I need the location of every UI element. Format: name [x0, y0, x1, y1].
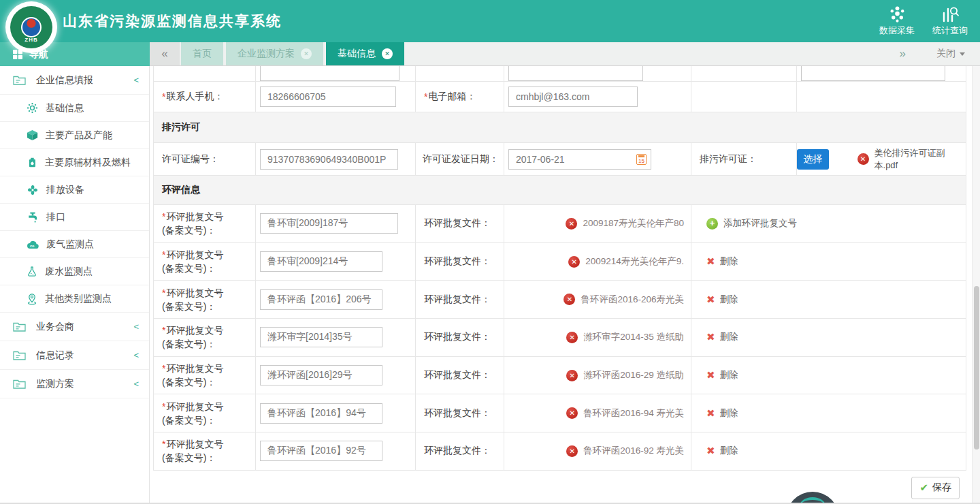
delete-label: 删除 — [720, 407, 738, 420]
remove-file-icon[interactable]: ✕ — [566, 445, 578, 457]
eia-file-name[interactable]: 2009187寿光美伦年产80 — [583, 217, 684, 230]
eia-action-cell: ✖删除 — [691, 319, 966, 356]
delete-cross-icon: ✖ — [706, 255, 715, 268]
delete-eia-row-button[interactable]: ✖删除 — [706, 255, 738, 268]
eia-file-name[interactable]: 潍环审字2014-35 造纸助 — [583, 331, 684, 343]
permit-cert-label: 排污许可证： — [691, 143, 797, 175]
header-action-button[interactable]: 统计查询 — [932, 5, 968, 37]
eia-action-cell: ✖删除 — [691, 394, 966, 432]
add-eia-doc-label: 添加环评批复文号 — [723, 217, 797, 230]
remove-permit-file-icon[interactable]: ✕ — [858, 153, 869, 165]
eia-doc-label: *环评批复文号(备案文号)： — [154, 205, 256, 242]
eia-file-cell: ✕2009214寿光美伦年产9. — [504, 243, 691, 281]
eia-doc-no-input[interactable] — [260, 365, 382, 385]
partial-input[interactable] — [508, 66, 643, 81]
tab-item[interactable]: 企业监测方案✕ — [226, 42, 323, 65]
sidebar-item[interactable]: 主要原辅材料及燃料 — [0, 149, 149, 176]
eia-file-name[interactable]: 鲁环评函2016-92 寿光美 — [583, 445, 684, 457]
sidebar-item[interactable]: 排放设备 — [0, 176, 149, 204]
eia-file-name[interactable]: 潍环评函2016-29 造纸助 — [583, 369, 684, 381]
contact-phone-input[interactable] — [260, 86, 396, 107]
sidebar-group-label: 企业信息填报 — [36, 74, 93, 86]
delete-eia-row-button[interactable]: ✖删除 — [706, 331, 738, 343]
vertical-scrollbar[interactable] — [972, 66, 980, 504]
sidebar-group[interactable]: 业务会商< — [0, 313, 149, 341]
folder-icon — [12, 377, 27, 391]
eia-file-cell: ✕鲁环评函2016-206寿光美 — [504, 281, 691, 318]
eia-doc-no-input[interactable] — [260, 251, 382, 272]
check-icon: ✔ — [919, 482, 928, 494]
eia-doc-no-input[interactable] — [260, 213, 398, 234]
eia-file-label: 环评批复文件： — [416, 243, 504, 281]
choose-file-button[interactable]: 选择 — [797, 149, 829, 170]
calendar-icon[interactable]: 15 — [636, 154, 647, 165]
double-chevron-right-icon[interactable]: » — [900, 47, 906, 61]
scrollbar-thumb[interactable] — [974, 286, 979, 450]
tabs-scroll-left-button[interactable]: « — [150, 42, 180, 65]
tab-item[interactable]: 首页 — [181, 42, 223, 65]
sidebar-item[interactable]: 主要产品及产能 — [0, 122, 149, 149]
sidebar-item[interactable]: co废气监测点 — [0, 231, 149, 258]
delete-eia-row-button[interactable]: ✖删除 — [706, 407, 738, 420]
remove-file-icon[interactable]: ✕ — [566, 407, 578, 419]
sidebar-item-label: 排口 — [46, 211, 65, 223]
tab-bar-right: » 关闭 — [900, 42, 980, 65]
sidebar-item[interactable]: 基础信息 — [0, 95, 149, 122]
sidebar-group[interactable]: 信息记录< — [0, 341, 149, 370]
add-eia-doc-button[interactable]: +添加环评批复文号 — [706, 217, 797, 230]
remove-file-icon[interactable]: ✕ — [566, 332, 578, 343]
delete-label: 删除 — [720, 331, 738, 343]
remove-file-icon[interactable]: ✕ — [564, 294, 575, 305]
partial-input[interactable] — [260, 66, 399, 81]
dots-cluster-icon — [888, 5, 906, 23]
eia-doc-no-input[interactable] — [260, 289, 382, 310]
eia-file-label: 环评批复文件： — [416, 281, 504, 318]
eia-doc-no-input[interactable] — [260, 403, 382, 424]
remove-file-icon[interactable]: ✕ — [568, 256, 580, 268]
eia-file-name[interactable]: 鲁环评函2016-94 寿光美 — [583, 407, 684, 420]
eia-doc-no-input[interactable] — [260, 441, 382, 461]
eia-action-cell: ✖删除 — [691, 357, 966, 394]
eia-file-label: 环评批复文件： — [416, 205, 504, 242]
eia-file-name[interactable]: 2009214寿光美伦年产9. — [585, 255, 684, 268]
permit-no-input[interactable] — [260, 149, 398, 170]
close-tabs-menu-button[interactable]: 关闭 — [936, 48, 965, 60]
delete-eia-row-button[interactable]: ✖删除 — [706, 294, 738, 306]
sidebar-group[interactable]: 企业信息填报< — [0, 66, 149, 95]
eia-row: *环评批复文号(备案文号)：环评批复文件：✕潍环审字2014-35 造纸助✖删除 — [154, 319, 966, 357]
tab-close-icon[interactable]: ✕ — [382, 48, 393, 59]
eia-file-name[interactable]: 鲁环评函2016-206寿光美 — [581, 294, 684, 306]
permit-date-input[interactable] — [508, 149, 651, 170]
sidebar-group-label: 业务会商 — [36, 321, 74, 333]
eia-doc-label: *环评批复文号(备案文号)： — [154, 243, 256, 281]
add-icon: + — [706, 218, 718, 230]
save-button[interactable]: ✔ 保存 — [911, 477, 960, 499]
header-action-button[interactable]: 数据采集 — [879, 5, 915, 37]
delete-eia-row-button[interactable]: ✖删除 — [706, 369, 738, 381]
eia-file-label: 环评批复文件： — [416, 432, 504, 470]
delete-eia-row-button[interactable]: ✖删除 — [706, 445, 738, 457]
floating-widget-icon[interactable] — [786, 492, 839, 503]
permit-file-name[interactable]: 美伦排污许可证副本.pdf — [875, 147, 966, 172]
sidebar-item-label: 废气监测点 — [46, 238, 94, 251]
eia-file-label: 环评批复文件： — [416, 319, 504, 356]
sidebar-group[interactable]: 监测方案< — [0, 370, 149, 398]
remove-file-icon[interactable]: ✕ — [566, 218, 577, 230]
sidebar-item[interactable]: 其他类别监测点 — [0, 285, 149, 313]
svg-text:co: co — [30, 244, 35, 248]
eia-file-cell: ✕2009187寿光美伦年产80 — [504, 205, 691, 242]
contact-row: *联系人手机： *电子邮箱： — [154, 82, 966, 112]
email-input[interactable] — [508, 86, 638, 107]
permit-section-title: 排污许可 — [154, 112, 966, 143]
tab-close-icon[interactable]: ✕ — [301, 48, 312, 59]
sidebar-item[interactable]: 排口 — [0, 204, 149, 231]
email-label: *电子邮箱： — [416, 82, 504, 112]
permit-no-label: 许可证编号： — [154, 143, 256, 175]
pin-icon — [26, 292, 38, 305]
partial-input[interactable] — [801, 66, 945, 81]
sidebar-item[interactable]: 废水监测点 — [0, 258, 149, 285]
delete-label: 删除 — [720, 294, 738, 306]
eia-doc-no-input[interactable] — [260, 327, 382, 347]
remove-file-icon[interactable]: ✕ — [566, 370, 578, 381]
tab-item[interactable]: 基础信息✕ — [326, 42, 404, 65]
